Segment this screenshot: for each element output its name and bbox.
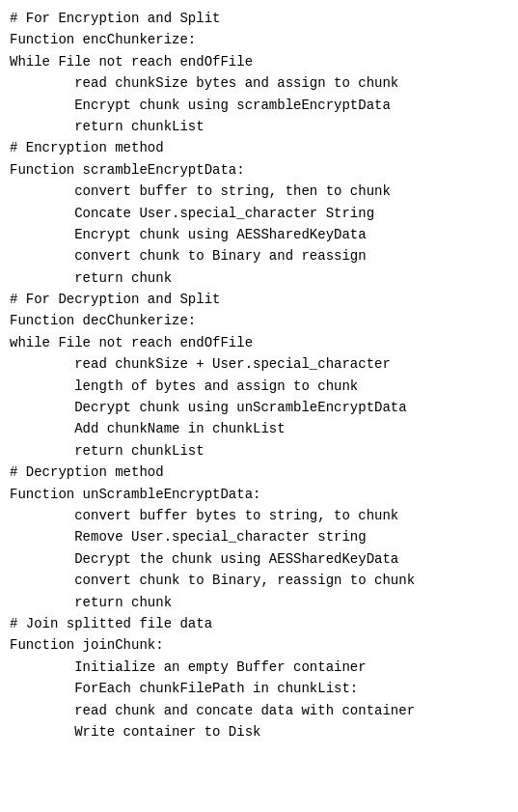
code-line: Function decChunkerize: [10,310,508,331]
code-container: # For Encryption and SplitFunction encCh… [10,8,508,742]
code-line: while File not reach endOfFile [10,332,508,353]
code-line: convert chunk to Binary, reassign to chu… [10,570,508,591]
code-line: return chunk [10,267,508,289]
code-line: read chunk and concate data with contain… [10,700,508,721]
code-line: ForEach chunkFilePath in chunkList: [10,678,508,699]
code-line: Remove User.special_character string [10,526,508,547]
code-line: While File not reach endOfFile [10,51,508,72]
code-line: # For Decryption and Split [10,289,508,310]
code-line: Function joinChunk: [10,634,508,656]
code-line: return chunk [10,592,508,613]
code-line: # Join splitted file data [10,613,508,634]
code-line: # Encryption method [10,137,508,158]
code-line: Concate User.special_character String [10,203,508,224]
code-line: Initialize an empty Buffer container [10,657,508,678]
code-line: # For Encryption and Split [10,8,508,29]
code-line: read chunkSize + User.special_character [10,353,508,375]
code-line: return chunkList [10,440,508,462]
code-line: convert chunk to Binary and reassign [10,245,508,266]
code-line: Decrypt chunk using unScrambleEncryptDat… [10,397,508,418]
code-line: length of bytes and assign to chunk [10,376,508,397]
code-line: convert buffer bytes to string, to chunk [10,505,508,526]
code-line: Function scrambleEncryptData: [10,159,508,181]
code-line: Encrypt chunk using scrambleEncryptData [10,95,508,116]
code-line: # Decryption method [10,462,508,483]
code-line: return chunkList [10,116,508,137]
code-line: Decrypt the chunk using AESSharedKeyData [10,548,508,570]
code-line: Function unScrambleEncryptData: [10,484,508,505]
code-line: read chunkSize bytes and assign to chunk [10,72,508,94]
code-line: Write container to Disk [10,721,508,742]
code-line: convert buffer to string, then to chunk [10,181,508,202]
code-line: Encrypt chunk using AESSharedKeyData [10,224,508,245]
code-line: Add chunkName in chunkList [10,418,508,439]
code-line: Function encChunkerize: [10,29,508,50]
